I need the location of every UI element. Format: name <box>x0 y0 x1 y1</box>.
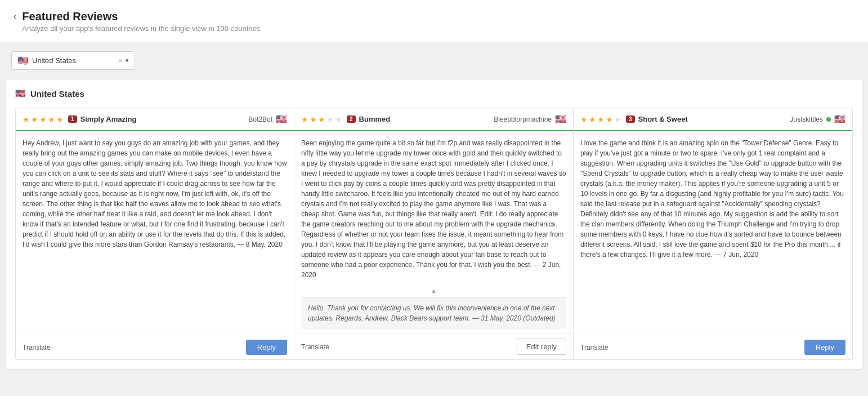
star-icon: ★ <box>318 115 325 124</box>
star-icon: ★ <box>335 115 342 124</box>
back-button[interactable]: ‹ <box>14 11 16 21</box>
star-icon: ★ <box>31 115 38 124</box>
card-body: Hey Andrew, I just want to say you guys … <box>16 131 294 335</box>
stars: ★★★★★ <box>23 115 64 124</box>
translate-link[interactable]: Translate <box>23 344 51 351</box>
review-title: Bummed <box>359 115 491 123</box>
page-wrapper: ‹ Featured Reviews Analyze all your app'… <box>0 0 868 396</box>
reviewer-flag: 🇺🇸 <box>555 114 566 124</box>
country-selector[interactable]: 🇺🇸 United States × ▾ <box>11 51 135 70</box>
star-icon: ★ <box>580 115 588 124</box>
reviewer-name: Bot2Bot <box>248 115 272 123</box>
stars: ★★★★★ <box>580 115 621 124</box>
review-title: Simply Amazing <box>80 115 245 123</box>
card-footer: Translate Edit reply <box>294 333 573 359</box>
review-card: ★★★★★ 1 Simply Amazing Bot2Bot 🇺🇸 Hey An… <box>15 108 294 360</box>
page-title: Featured Reviews <box>22 10 260 23</box>
star-icon: ★ <box>614 115 621 124</box>
rank-badge: 1 <box>68 115 77 123</box>
reviewer-name: Justskittles <box>790 115 823 123</box>
online-dot <box>826 117 831 122</box>
controls-bar: 🇺🇸 United States × ▾ <box>0 42 868 79</box>
star-icon: ★ <box>326 115 334 124</box>
rank-badge: 2 <box>347 115 356 123</box>
card-body: I love the game and think it is an amazi… <box>574 131 852 335</box>
review-title: Short & Sweet <box>638 115 787 123</box>
section-wrapper: 🇺🇸 United States ★★★★★ 1 Simply Amazing … <box>6 79 862 370</box>
stars: ★★★★★ <box>301 115 342 124</box>
rank-badge: 3 <box>626 115 635 123</box>
reply-button[interactable]: Reply <box>246 340 287 355</box>
reply-button[interactable]: Reply <box>804 340 845 355</box>
section-title: 🇺🇸 United States <box>15 88 853 99</box>
section-flag: 🇺🇸 <box>15 88 26 99</box>
star-icon: ★ <box>301 115 308 124</box>
header-text: Featured Reviews Analyze all your app's … <box>22 10 260 33</box>
star-icon: ★ <box>48 115 55 124</box>
reply-arrow-icon: ▲ <box>294 287 573 295</box>
chevron-down-icon: ▾ <box>126 57 129 64</box>
card-header: ★★★★★ 2 Bummed Bleepblorpmachine 🇺🇸 <box>294 108 573 131</box>
edit-reply-button[interactable]: Edit reply <box>517 339 566 355</box>
header: ‹ Featured Reviews Analyze all your app'… <box>0 0 868 42</box>
reply-box: Hello. Thank you for contacting us. We w… <box>301 297 566 329</box>
review-card: ★★★★★ 3 Short & Sweet Justskittles 🇺🇸 I … <box>574 108 853 360</box>
clear-country-icon[interactable]: × <box>118 57 122 65</box>
reviewer-flag: 🇺🇸 <box>834 114 845 124</box>
country-label: United States <box>32 56 115 65</box>
page-subtitle: Analyze all your app's featured reviews … <box>22 24 260 33</box>
card-header: ★★★★★ 1 Simply Amazing Bot2Bot 🇺🇸 <box>16 108 294 131</box>
star-icon: ★ <box>597 115 605 124</box>
reviewer-flag: 🇺🇸 <box>276 114 287 124</box>
card-footer: Translate Reply <box>16 335 294 359</box>
card-footer: Translate Reply <box>574 335 852 359</box>
star-icon: ★ <box>589 115 596 124</box>
reviews-grid: ★★★★★ 1 Simply Amazing Bot2Bot 🇺🇸 Hey An… <box>15 108 853 360</box>
card-header: ★★★★★ 3 Short & Sweet Justskittles 🇺🇸 <box>574 108 852 131</box>
star-icon: ★ <box>310 115 317 124</box>
star-icon: ★ <box>56 115 64 124</box>
translate-link[interactable]: Translate <box>301 343 329 351</box>
star-icon: ★ <box>23 115 30 124</box>
reviewer-name: Bleepblorpmachine <box>494 115 552 123</box>
card-body: Been enjoying the game quite a bit so fa… <box>294 131 573 287</box>
country-flag: 🇺🇸 <box>17 55 29 66</box>
translate-link[interactable]: Translate <box>580 344 609 351</box>
review-card: ★★★★★ 2 Bummed Bleepblorpmachine 🇺🇸 Been… <box>294 108 574 360</box>
star-icon: ★ <box>606 115 613 124</box>
section-title-text: United States <box>30 89 84 99</box>
star-icon: ★ <box>39 115 47 124</box>
